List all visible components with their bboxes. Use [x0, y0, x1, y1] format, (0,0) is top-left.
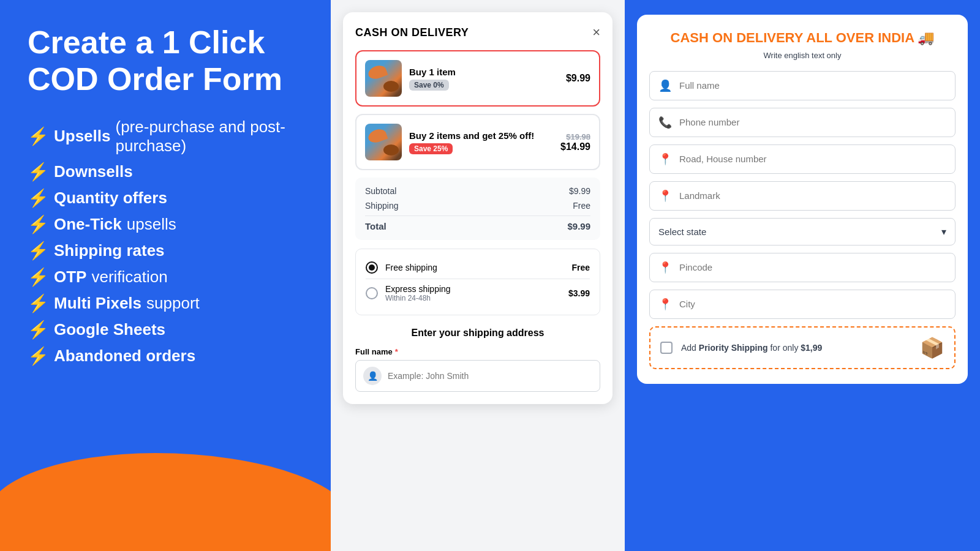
cod-card: CASH ON DELIVERY ALL OVER INDIA 🚚 Write … — [637, 15, 968, 384]
priority-icon: 📦 — [920, 336, 944, 359]
location-icon: 📍 — [658, 189, 672, 203]
bolt-icon: ⚡ — [28, 320, 49, 340]
summary-total: Total $9.99 — [365, 216, 590, 231]
landmark-field[interactable]: 📍 — [649, 181, 956, 211]
priority-text: Add Priority Shipping for only $1,99 — [681, 343, 911, 353]
shipping-price-express: $3.99 — [568, 288, 590, 298]
fullname-right-input[interactable] — [679, 80, 946, 91]
phone-icon: 📞 — [658, 116, 672, 129]
city-input[interactable] — [679, 299, 946, 309]
feature-bold: Google Sheets — [54, 320, 165, 339]
cod-card-subtitle: Write english text only — [649, 51, 956, 60]
shipping-sublabel: Within 24-48h — [385, 294, 561, 302]
bolt-icon: ⚡ — [28, 214, 49, 234]
bolt-icon: ⚡ — [28, 162, 49, 182]
fullname-label: Full name * — [355, 347, 600, 356]
feature-sheets: ⚡ Google Sheets — [28, 320, 303, 340]
save-badge-1: Save 0% — [409, 80, 449, 91]
feature-bold: Upsells — [54, 127, 111, 146]
city-field[interactable]: 📍 — [649, 290, 956, 319]
cod-card-title: CASH ON DELIVERY ALL OVER INDIA 🚚 — [649, 29, 956, 47]
product-info-2: Buy 2 items and get 25% off! Save 25% — [409, 130, 553, 154]
subtotal-value: $9.99 — [569, 186, 590, 196]
priority-shipping-box[interactable]: Add Priority Shipping for only $1,99 📦 — [649, 326, 956, 369]
feature-normal: upsells — [127, 215, 176, 234]
feature-shipping: ⚡ Shipping rates — [28, 241, 303, 261]
radio-express[interactable] — [366, 287, 378, 299]
cod-modal: CASH ON DELIVERY × Buy 1 item Save 0% $9… — [343, 12, 612, 404]
radio-free[interactable] — [366, 261, 378, 274]
fullname-input-wrapper[interactable]: 👤 — [355, 360, 600, 392]
bolt-icon: ⚡ — [28, 126, 49, 146]
product-price-2: $19.98 $14.99 — [560, 132, 590, 152]
feature-quantity: ⚡ Quantity offers — [28, 188, 303, 208]
product-option-2[interactable]: Buy 2 items and get 25% off! Save 25% $1… — [355, 114, 600, 170]
shipping-value: Free — [573, 201, 590, 211]
bolt-icon: ⚡ — [28, 241, 49, 261]
shipping-express-name: Express shipping — [385, 284, 451, 294]
pincode-field[interactable]: 📍 — [649, 253, 956, 282]
shipping-options: Free shipping Free Express shipping With… — [355, 249, 600, 315]
product-option-1[interactable]: Buy 1 item Save 0% $9.99 — [355, 50, 600, 107]
subtotal-label: Subtotal — [365, 186, 396, 196]
total-label: Total — [365, 221, 386, 231]
priority-price: $1,99 — [801, 343, 822, 353]
product-image-1 — [365, 60, 402, 97]
product-label-2: Buy 2 items and get 25% off! — [409, 130, 553, 141]
feature-onetick: ⚡ One-Tick upsells — [28, 214, 303, 234]
shipping-option-express[interactable]: Express shipping Within 24-48h $3.99 — [366, 279, 590, 307]
shipping-option-free[interactable]: Free shipping Free — [366, 257, 590, 279]
feature-bold: Abandoned orders — [54, 347, 195, 365]
feature-upsells: ⚡ Upsells (pre-purchase and post-purchas… — [28, 118, 303, 156]
main-title: Create a 1 Click COD Order Form — [28, 24, 303, 98]
shipping-price-free: Free — [571, 263, 590, 272]
feature-bold: Shipping rates — [54, 241, 165, 260]
right-panel: CASH ON DELIVERY ALL OVER INDIA 🚚 Write … — [625, 0, 980, 551]
feature-bold: OTP — [54, 268, 86, 287]
person-icon: 👤 — [363, 367, 382, 385]
feature-bold: One-Tick — [54, 215, 122, 234]
bolt-icon: ⚡ — [28, 188, 49, 208]
location-icon: 📍 — [658, 152, 672, 166]
shipping-label-express: Express shipping Within 24-48h — [385, 284, 561, 302]
feature-abandoned: ⚡ Abandoned orders — [28, 346, 303, 366]
modal-header: CASH ON DELIVERY × — [355, 24, 600, 40]
feature-bold: Quantity offers — [54, 189, 167, 208]
product-info-1: Buy 1 item Save 0% — [409, 67, 559, 91]
road-input[interactable] — [679, 154, 946, 164]
state-select-wrapper[interactable]: Select state Andhra Pradesh Delhi Gujara… — [649, 218, 956, 246]
chevron-down-icon: ▾ — [941, 226, 946, 238]
fullname-field[interactable]: 👤 — [649, 71, 956, 100]
left-panel: Create a 1 Click COD Order Form ⚡ Upsell… — [0, 0, 331, 551]
feature-bold: Downsells — [54, 162, 133, 181]
product-price-1: $9.99 — [566, 73, 590, 84]
address-section: Enter your shipping address Full name * … — [355, 325, 600, 392]
priority-bold: Priority Shipping — [699, 343, 768, 353]
address-title: Enter your shipping address — [355, 328, 600, 339]
features-list: ⚡ Upsells (pre-purchase and post-purchas… — [28, 118, 303, 372]
middle-panel: CASH ON DELIVERY × Buy 1 item Save 0% $9… — [331, 0, 625, 551]
order-summary: Subtotal $9.99 Shipping Free Total $9.99 — [355, 178, 600, 240]
bolt-icon: ⚡ — [28, 293, 49, 313]
feature-normal: support — [146, 294, 200, 313]
total-value: $9.99 — [567, 221, 590, 231]
phone-field[interactable]: 📞 — [649, 108, 956, 137]
close-button[interactable]: × — [592, 24, 600, 40]
summary-shipping: Shipping Free — [365, 201, 590, 211]
phone-input[interactable] — [679, 117, 946, 127]
feature-pixels: ⚡ Multi Pixels support — [28, 293, 303, 313]
old-price-2: $19.98 — [560, 132, 590, 141]
landmark-input[interactable] — [679, 190, 946, 201]
feature-otp: ⚡ OTP verification — [28, 267, 303, 287]
location-icon: 📍 — [658, 298, 672, 311]
bolt-icon: ⚡ — [28, 267, 49, 287]
road-field[interactable]: 📍 — [649, 144, 956, 174]
priority-checkbox[interactable] — [660, 342, 673, 354]
feature-bold: Multi Pixels — [54, 294, 141, 313]
summary-subtotal: Subtotal $9.99 — [365, 186, 590, 196]
modal-title: CASH ON DELIVERY — [355, 26, 469, 39]
state-select[interactable]: Select state Andhra Pradesh Delhi Gujara… — [658, 227, 934, 237]
fullname-input[interactable] — [388, 371, 592, 381]
pincode-input[interactable] — [679, 262, 946, 272]
feature-normal: (pre-purchase and post-purchase) — [116, 118, 304, 156]
